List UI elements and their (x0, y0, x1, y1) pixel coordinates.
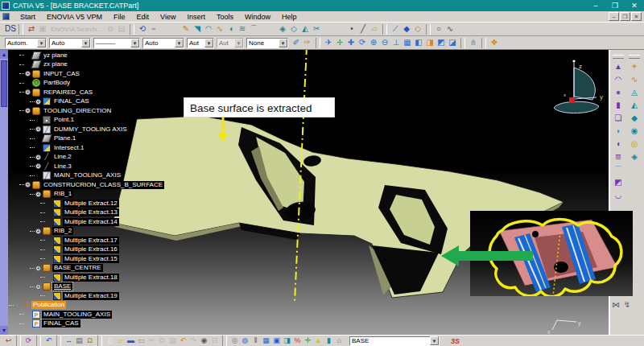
open-document-icon[interactable]: ▱ (115, 336, 126, 346)
tree-item-point-1[interactable]: •Point.1 (9, 116, 198, 126)
tree-item-label[interactable]: Multiple Extract.18 (63, 274, 119, 282)
view-mode-2-icon[interactable]: ◪ (447, 37, 458, 48)
tree-item-label[interactable]: Multiple Extract.12 (63, 200, 119, 208)
apply-material-brush-icon[interactable]: ✐ (291, 37, 302, 48)
measure-item-icon[interactable]: ‖ (250, 336, 261, 346)
menu-window[interactable]: Window (239, 13, 276, 21)
layer-filter-icon[interactable]: ◨ (282, 336, 292, 346)
tree-item-label[interactable]: Line.2 (52, 153, 73, 161)
paint-wizard-icon[interactable]: ✑ (302, 37, 313, 48)
transfer-workbench-icon[interactable]: ⇄ (26, 23, 37, 35)
menu-tools[interactable]: Tools (211, 13, 239, 21)
tree-item-label[interactable]: Multiple Extract.17 (63, 237, 119, 245)
tree-item-intersect-1[interactable]: Intersect.1 (9, 143, 198, 153)
toolbar-handle[interactable] (629, 55, 640, 59)
extrapolate-icon[interactable]: ⟋ (390, 23, 401, 35)
tree-expander[interactable]: + (35, 229, 41, 234)
new-document-icon[interactable]: ▯ (105, 336, 115, 346)
tree-item-multiple-extract-15[interactable]: Multiple Extract.15 (9, 254, 198, 264)
tree-item-rib-2[interactable]: +RIB_2 (9, 227, 198, 237)
sketcher-icon[interactable]: ✎ (180, 23, 192, 35)
doc-restore-button[interactable]: ❐ (620, 12, 630, 21)
tree-expander[interactable]: + (25, 89, 31, 95)
graphic-style-combo[interactable]: None▼ (246, 38, 288, 48)
tree-item-tooling-direction[interactable]: +TOOLING_DIRECTION (9, 106, 198, 116)
compass-origin[interactable] (569, 97, 575, 103)
tree-item-label[interactable]: RIB_1 (52, 190, 73, 198)
tree-item-repaired-cas[interactable]: +REPAIRED_CAS (9, 88, 198, 97)
tree-item-multiple-extract-12[interactable]: Multiple Extract.12 (9, 199, 198, 208)
menu-edit[interactable]: Edit (131, 13, 155, 21)
chevron-down-icon[interactable]: ▼ (279, 39, 287, 47)
cylinder-icon[interactable]: ▮ (613, 100, 624, 111)
chevron-down-icon[interactable]: ▼ (37, 39, 46, 47)
insert-body-icon[interactable]: ▤ (74, 336, 85, 346)
menu-help[interactable]: Help (276, 13, 303, 21)
tree-item-partbody[interactable]: ⚙PartBody (9, 79, 198, 89)
symmetry-surface-icon[interactable]: ◆ (401, 23, 412, 35)
tree-item-label[interactable]: yz plane (42, 51, 69, 60)
tree-item-dummy-tooling-axis[interactable]: +╱DUMMY_TOOLING AXIS (9, 125, 198, 134)
tree-item-rib-1[interactable]: +RIB_1 (9, 190, 198, 200)
untrim-icon[interactable]: ◬ (629, 87, 640, 98)
scroll-up-button[interactable]: ▲ (0, 50, 8, 59)
axis-to-axis-icon[interactable]: ↯ (621, 299, 633, 311)
sphere-icon[interactable]: ● (613, 87, 624, 98)
snap-grid-icon[interactable]: ▦ (261, 336, 271, 346)
fit-all-in-icon[interactable]: ✛ (334, 37, 345, 48)
tree-item-label[interactable]: BASE_CENTRE (52, 264, 103, 272)
tree-item-multiple-extract-13[interactable]: Multiple Extract.13 (9, 208, 198, 218)
join-healing-icon[interactable]: ✦ (629, 61, 640, 72)
chevron-down-icon[interactable]: ▼ (204, 39, 213, 47)
tree-expander[interactable]: + (35, 192, 41, 197)
chevron-down-icon[interactable]: ▼ (430, 336, 439, 345)
printer-icon[interactable]: ⊟ (209, 336, 220, 346)
multi-section-icon[interactable]: ≣ (613, 151, 624, 163)
tree-item-line-3[interactable]: +╱Line.3 (9, 162, 198, 171)
tree-item-label[interactable]: RIB_2 (52, 227, 73, 235)
tree-expander[interactable]: + (35, 284, 41, 290)
tree-item-zx-plane[interactable]: zx plane (9, 60, 198, 70)
tree-item-multiple-extract-14[interactable]: Multiple Extract.14 (9, 217, 198, 227)
tree-item-label[interactable]: Multiple Extract.13 (63, 208, 119, 216)
compass[interactable]: z y x (554, 60, 603, 113)
tree-item-label[interactable]: REPAIRED_CAS (42, 89, 94, 97)
sweep-surface-icon[interactable]: ∿ (214, 23, 225, 35)
tree-item-label[interactable]: INPUT_CAS (42, 70, 81, 78)
pan-icon[interactable]: ✚ (345, 37, 357, 48)
graphic-style-combo[interactable]: Auto▼ (49, 38, 91, 48)
tree-expander[interactable]: + (25, 108, 31, 113)
tree-expander[interactable]: + (35, 126, 41, 132)
view-mode-1-icon[interactable]: ◩ (436, 37, 447, 48)
views-container-icon[interactable]: ▣ (271, 336, 282, 346)
menu-enovia-v5-vpm[interactable]: ENOVIA V5 VPM (41, 13, 108, 21)
auxiliary-view-icon[interactable]: ↔ (64, 336, 74, 346)
scroll-down-button[interactable]: ▼ (0, 326, 8, 335)
paste-icon[interactable]: ▨ (167, 336, 178, 346)
tree-item-label[interactable]: BASE (52, 282, 72, 290)
point-icon[interactable]: • (346, 23, 357, 35)
copy-icon[interactable]: ⧉ (157, 336, 167, 346)
curve-smooth-icon[interactable]: ∿ (629, 74, 640, 85)
tree-item-yz-plane[interactable]: yz plane (9, 51, 198, 60)
cone-display-icon[interactable]: ▲ (313, 336, 324, 346)
tree-item-label[interactable]: Multiple Extract.16 (63, 245, 119, 253)
tree-item-label[interactable]: TOOLING_DIRECTION (42, 107, 113, 115)
tree-item-multiple-extract-16[interactable]: Multiple Extract.16 (9, 245, 198, 255)
tree-item-final-cas[interactable]: PFINAL_CAS (9, 319, 198, 329)
extract-icon[interactable]: ◩ (613, 177, 624, 188)
offset-surface-icon[interactable]: ❏ (613, 113, 624, 124)
quick-print-icon[interactable]: ▭ (136, 336, 147, 346)
translate-icon[interactable]: ◈ (629, 151, 640, 163)
tree-item-label[interactable]: FINAL_CAS (42, 319, 80, 327)
update-icon[interactable]: ⟲ (137, 23, 148, 35)
analysis-percent-icon[interactable]: % (292, 336, 303, 346)
normal-view-icon[interactable]: ⊥ (390, 37, 402, 48)
sweep-icon[interactable]: ◗ (613, 126, 624, 137)
power-input-field[interactable]: BASE ▼ (349, 336, 440, 346)
disassemble-icon[interactable]: ◭ (629, 100, 640, 111)
update-all-icon[interactable]: ⟳ (23, 336, 34, 346)
tree-item-label[interactable]: Multiple Extract.14 (63, 218, 119, 226)
tree-item-base-centre[interactable]: +BASE_CENTRE (9, 264, 198, 274)
enovia-panel-icon[interactable]: ▤ (116, 23, 127, 35)
